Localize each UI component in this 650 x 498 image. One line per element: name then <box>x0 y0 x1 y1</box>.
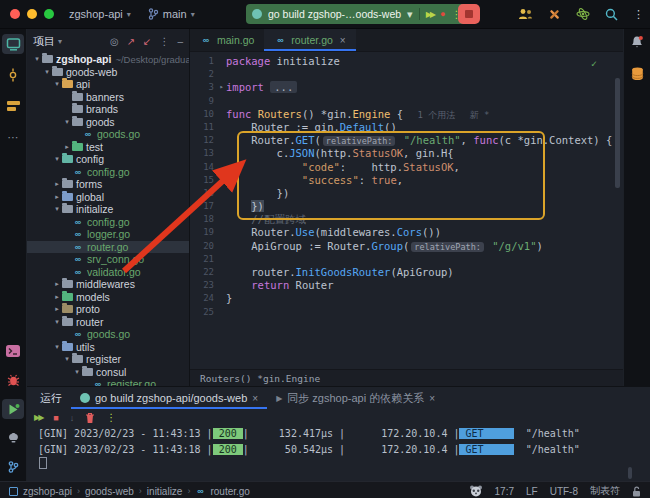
fold-icon[interactable]: ▸ <box>217 81 226 94</box>
tree-item[interactable]: ▸global <box>27 191 189 204</box>
project-tree[interactable]: ▾zgshop-api~/Desktop/graduation▾goods-we… <box>27 53 189 386</box>
tree-chevron-icon[interactable]: ▾ <box>52 343 62 351</box>
tree-item[interactable]: ∞logger.go <box>27 228 189 241</box>
tree-chevron-icon[interactable]: ▸ <box>52 293 62 301</box>
services-toolwindow-button[interactable] <box>2 428 24 448</box>
tree-chevron-icon[interactable]: ▸ <box>52 305 62 313</box>
tab-router-go[interactable]: ∞ router.go × <box>264 29 355 51</box>
notifications-bell-icon[interactable] <box>630 35 644 49</box>
stop-button[interactable] <box>458 4 480 24</box>
line-ending-indicator[interactable]: LF <box>526 486 538 497</box>
structure-toolwindow-button[interactable] <box>2 96 24 116</box>
console-output[interactable]: [GIN] 2023/02/23 - 11:43:13 | 200 | 132.… <box>27 426 650 481</box>
tree-item[interactable]: ▾router <box>27 316 189 329</box>
close-tab-icon[interactable]: × <box>252 393 258 404</box>
main-menu-more-icon[interactable]: ⋮ <box>633 8 644 21</box>
search-icon[interactable] <box>605 8 618 21</box>
tree-chevron-icon[interactable]: ▾ <box>42 68 52 76</box>
tree-item[interactable]: ▾initialize <box>27 203 189 216</box>
more-toolwindows-button[interactable]: ⋯ <box>2 127 24 147</box>
collapse-all-button[interactable]: ↙ <box>143 36 151 47</box>
tree-item[interactable]: ▸forms <box>27 178 189 191</box>
inspection-status-icon[interactable]: ✓ <box>591 57 597 70</box>
breadcrumb-item[interactable]: zgshop-api <box>23 486 72 497</box>
close-tab-icon[interactable]: × <box>429 393 435 404</box>
tab-main-go[interactable]: ∞ main.go <box>190 29 264 51</box>
tree-item[interactable]: ∞goods.go <box>27 328 189 341</box>
tree-item[interactable]: ▸models <box>27 291 189 304</box>
run-toolwindow-button[interactable] <box>2 399 24 419</box>
tree-item[interactable]: ▸proto <box>27 303 189 316</box>
editor-scrollbar[interactable] <box>615 78 620 188</box>
close-tab-icon[interactable]: × <box>340 35 346 46</box>
window-close-button[interactable] <box>10 9 20 19</box>
tree-item[interactable]: ∞config.go <box>27 166 189 179</box>
window-zoom-button[interactable] <box>44 9 54 19</box>
vcs-branch-selector[interactable]: main ▾ <box>148 8 195 20</box>
stop-button[interactable]: ■ <box>53 413 58 423</box>
rerun-button[interactable]: ▶▶ <box>34 413 42 422</box>
context-function-label[interactable]: Routers() *gin.Engine <box>200 373 320 384</box>
tree-chevron-icon[interactable]: ▸ <box>52 193 62 201</box>
tree-item[interactable]: ▸test <box>27 141 189 154</box>
console-more-options-button[interactable]: ⋮ <box>106 412 116 423</box>
soft-kill-button[interactable]: ↓ <box>70 413 75 423</box>
tree-item[interactable]: brands <box>27 103 189 116</box>
tree-item[interactable]: ∞config.go <box>27 216 189 229</box>
tree-chevron-icon[interactable]: ▸ <box>52 280 62 288</box>
console-scrollbar[interactable] <box>628 467 632 479</box>
run-configuration-widget[interactable]: go build zgshop-…oods-web ▾ ▶▶ ● ⋮ <box>246 4 467 24</box>
tree-item[interactable]: banners <box>27 91 189 104</box>
tree-chevron-icon[interactable]: ▾ <box>62 355 72 363</box>
tree-chevron-icon[interactable]: ▾ <box>52 205 62 213</box>
tree-chevron-icon[interactable]: ▾ <box>62 118 72 126</box>
rerun-button[interactable]: ▶▶ <box>426 10 434 19</box>
project-panel-title[interactable]: 项目 <box>33 34 55 49</box>
debug-toolwindow-button[interactable] <box>2 370 24 390</box>
tree-item[interactable]: ∞goods.go <box>27 128 189 141</box>
tree-item[interactable]: ∞srv_conn.go <box>27 253 189 266</box>
panel-options-button[interactable]: ⋮ <box>159 36 169 47</box>
tree-chevron-icon[interactable]: ▾ <box>72 368 82 376</box>
terminal-toolwindow-button[interactable] <box>2 341 24 361</box>
locate-file-button[interactable]: ◎ <box>110 36 119 47</box>
tree-item[interactable]: ▾goods <box>27 116 189 129</box>
tree-item[interactable]: ▾register <box>27 353 189 366</box>
tree-item[interactable]: ∞validator.go <box>27 266 189 279</box>
database-icon[interactable] <box>631 67 644 81</box>
run-panel-title[interactable]: 运行 <box>31 391 71 406</box>
build-tools-icon[interactable] <box>548 8 561 21</box>
tree-chevron-icon[interactable]: ▾ <box>52 155 62 163</box>
tree-item[interactable]: ▾goods-web <box>27 66 189 79</box>
tree-item[interactable]: ∞router.go <box>27 241 189 254</box>
breadcrumb-item[interactable]: goods-web <box>85 486 134 497</box>
caret-position[interactable]: 17:7 <box>495 486 514 497</box>
tree-item[interactable]: ▾zgshop-api~/Desktop/graduation <box>27 53 189 66</box>
breadcrumb-item[interactable]: initialize <box>147 486 183 497</box>
tree-chevron-icon[interactable]: ▾ <box>32 55 42 63</box>
tree-item[interactable]: ▾consul <box>27 366 189 379</box>
breadcrumb-item[interactable]: router.go <box>210 486 249 497</box>
unlocked-icon[interactable] <box>632 486 641 497</box>
run-tab-sync-deps[interactable]: ▶ 同步 zgshop-api 的依赖关系 × <box>267 387 444 409</box>
tree-chevron-icon[interactable]: ▸ <box>62 143 72 151</box>
expand-all-button[interactable]: ↗ <box>127 36 135 47</box>
tree-chevron-icon[interactable]: ▸ <box>52 180 62 188</box>
code-with-me-users-icon[interactable] <box>518 8 533 20</box>
run-tab-go-build[interactable]: go build zgshop-api/goods-web × <box>71 387 267 409</box>
panda-plugin-icon[interactable] <box>469 485 483 497</box>
profiler-button[interactable]: ● <box>440 9 445 19</box>
git-toolwindow-button[interactable] <box>2 457 24 477</box>
window-minimize-button[interactable] <box>27 9 37 19</box>
project-selector[interactable]: zgshop-api ▾ <box>69 8 131 20</box>
clear-output-trash-icon[interactable] <box>85 412 95 424</box>
hide-panel-button[interactable]: – <box>177 36 183 47</box>
encoding-indicator[interactable]: UTF-8 <box>550 486 578 497</box>
commit-toolwindow-button[interactable] <box>2 65 24 85</box>
tree-item[interactable]: ∞register.go <box>27 378 189 386</box>
indent-indicator[interactable]: 制表符 <box>590 484 620 498</box>
tree-item[interactable]: ▾utils <box>27 341 189 354</box>
project-toolwindow-button[interactable] <box>2 34 24 54</box>
tree-chevron-icon[interactable]: ▾ <box>52 318 62 326</box>
tree-chevron-icon[interactable]: ▾ <box>52 80 62 88</box>
